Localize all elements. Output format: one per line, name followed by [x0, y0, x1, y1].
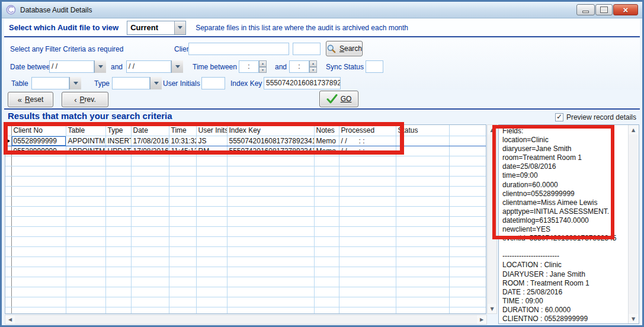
prev-button[interactable]: ‹ Prev. [62, 92, 108, 107]
type-filter-dropdown-button[interactable] [150, 77, 162, 89]
close-button[interactable]: × [613, 4, 638, 15]
table-row[interactable]: 05528999999APPOINTMINSERT17/08/201610:31… [5, 136, 486, 146]
table-filter-value[interactable] [31, 77, 69, 89]
time-to-spinner[interactable]: : ▲▼ [289, 60, 317, 73]
reset-button[interactable]: « Reset [8, 92, 53, 107]
table-cell[interactable]: Memo [314, 136, 339, 146]
table-empty-row[interactable] [5, 307, 486, 314]
maximize-button[interactable] [595, 4, 613, 15]
type-filter-select[interactable] [112, 77, 162, 89]
spin-up-icon[interactable]: ▲ [309, 60, 317, 67]
index-key-input[interactable]: 55507420160817378923 [264, 77, 341, 89]
time-to-spin-buttons[interactable]: ▲▼ [309, 60, 317, 73]
user-initials-input[interactable] [201, 77, 225, 89]
time-to-value[interactable]: : [289, 60, 309, 73]
table-empty-row[interactable] [5, 277, 486, 287]
table-cell[interactable]: 5550742016081737892341 [227, 136, 314, 146]
table-cell[interactable]: / / : : [339, 136, 396, 146]
table-cell[interactable]: 10:31:32 [169, 136, 196, 146]
client-input[interactable] [188, 43, 289, 55]
audit-file-dropdown-button[interactable] [174, 21, 185, 34]
time-from-value[interactable]: : [239, 60, 259, 73]
scroll-down-icon[interactable]: ▼ [488, 304, 496, 313]
spin-up-icon[interactable]: ▲ [259, 60, 267, 67]
table-cell[interactable]: UPDATE [105, 146, 131, 156]
date-to-picker[interactable]: / / [126, 60, 183, 73]
row-selector-cell[interactable] [5, 136, 11, 146]
table-empty-row[interactable] [5, 257, 486, 267]
column-header[interactable]: User Inits. [196, 125, 227, 136]
table-filter-dropdown-button[interactable] [69, 77, 81, 89]
scroll-up-icon[interactable]: ▲ [629, 125, 638, 134]
table-empty-row[interactable] [5, 267, 486, 277]
date-to-dropdown-button[interactable] [171, 60, 183, 73]
table-empty-row[interactable] [5, 206, 486, 216]
date-from-picker[interactable]: / / [49, 60, 106, 73]
date-to-value[interactable]: / / [126, 60, 171, 73]
table-filter-select[interactable] [31, 77, 81, 89]
table-row[interactable]: 05528999999APPOINTMUPDATE17/08/201611:45… [5, 146, 486, 156]
client-code-input[interactable] [293, 43, 321, 55]
table-cell[interactable] [396, 136, 449, 146]
table-cell[interactable]: APPOINTM [66, 136, 105, 146]
preview-checkbox[interactable]: ✓ [555, 113, 563, 121]
table-cell[interactable]: / / : : [339, 146, 396, 156]
table-cell[interactable]: 05528999999 [11, 136, 66, 146]
sync-status-input[interactable] [366, 60, 383, 73]
table-empty-row[interactable] [5, 226, 486, 236]
column-header[interactable]: Processed [339, 125, 396, 136]
preview-vertical-scrollbar[interactable]: ▲ ▼ [628, 125, 638, 323]
column-header[interactable]: Notes [314, 125, 339, 136]
table-cell[interactable] [449, 136, 486, 146]
table-empty-row[interactable] [5, 287, 486, 297]
table-cell[interactable]: APPOINTM [66, 146, 105, 156]
row-selector-cell[interactable] [5, 146, 11, 156]
go-button[interactable]: GO [319, 91, 358, 107]
table-cell[interactable]: 11:45:12 [169, 146, 196, 156]
table-cell[interactable]: RM [196, 146, 227, 156]
column-header[interactable]: Type [105, 125, 131, 136]
table-empty-row[interactable] [5, 156, 486, 166]
table-cell[interactable]: INSERT [105, 136, 131, 146]
scroll-down-icon[interactable]: ▼ [629, 314, 638, 323]
preview-record-details-toggle[interactable]: ✓ Preview record details [555, 113, 636, 121]
table-cell[interactable]: 05528999999 [11, 146, 66, 156]
table-cell[interactable]: 17/08/2016 [131, 136, 169, 146]
table-empty-row[interactable] [5, 196, 486, 206]
table-cell[interactable]: JS [196, 136, 227, 146]
table-cell[interactable] [396, 146, 449, 156]
audit-file-select[interactable]: Current [127, 21, 186, 35]
results-vertical-scrollbar[interactable]: ▲ ▼ [487, 124, 497, 314]
table-cell[interactable]: 17/08/2016 [131, 146, 169, 156]
table-empty-row[interactable] [5, 186, 486, 196]
minimize-button[interactable] [576, 4, 595, 15]
title-bar[interactable]: Database Audit Details × [2, 2, 642, 18]
results-grid[interactable]: Client NoTableTypeDateTimeUser Inits.Ind… [5, 124, 486, 314]
results-table[interactable]: Client NoTableTypeDateTimeUser Inits.Ind… [5, 125, 486, 314]
table-empty-row[interactable] [5, 246, 486, 257]
scroll-left-icon[interactable]: ◀ [5, 315, 15, 324]
column-header[interactable]: Status [396, 125, 449, 136]
date-from-dropdown-button[interactable] [94, 60, 106, 73]
spin-down-icon[interactable]: ▼ [309, 67, 317, 73]
table-cell[interactable]: Memo [314, 146, 339, 156]
spin-down-icon[interactable]: ▼ [259, 67, 267, 73]
search-button[interactable]: Search [326, 41, 363, 56]
column-header[interactable] [449, 125, 486, 136]
column-header[interactable]: Client No [11, 125, 66, 136]
type-filter-value[interactable] [112, 77, 150, 89]
table-empty-row[interactable] [5, 236, 486, 246]
column-header[interactable]: Date [131, 125, 169, 136]
table-cell[interactable]: 5550742016081737892341 [227, 146, 314, 156]
scroll-up-icon[interactable]: ▲ [488, 125, 496, 134]
table-empty-row[interactable] [5, 176, 486, 186]
time-from-spin-buttons[interactable]: ▲▼ [259, 60, 267, 73]
results-horizontal-scrollbar[interactable]: ◀ ▶ [5, 315, 487, 325]
column-header[interactable]: Index Key [227, 125, 314, 136]
table-empty-row[interactable] [5, 166, 486, 176]
column-header[interactable]: Time [169, 125, 196, 136]
scroll-right-icon[interactable]: ▶ [477, 315, 486, 324]
table-empty-row[interactable] [5, 216, 486, 226]
table-cell[interactable] [449, 146, 486, 156]
column-header[interactable]: Table [66, 125, 105, 136]
